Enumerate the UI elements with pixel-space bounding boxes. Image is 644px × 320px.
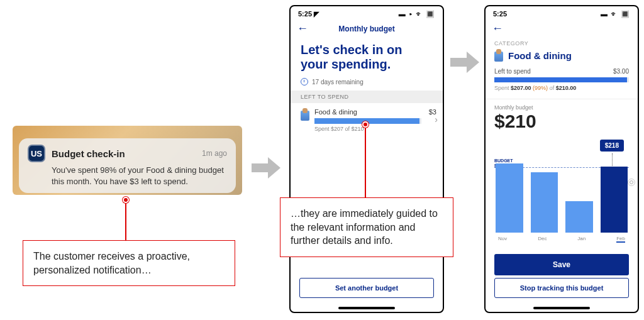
back-button[interactable]: ← (492, 22, 503, 35)
set-another-budget-button[interactable]: Set another budget (299, 278, 434, 298)
home-indicator (533, 307, 590, 309)
callout-line (125, 203, 126, 241)
status-bar: 5:25 ◤ ▬ ▸ ᯤ 🔳 (291, 6, 443, 19)
page-title: Monthly budget (291, 25, 443, 33)
bar-jan (565, 201, 593, 233)
chart-bars (494, 157, 629, 233)
progress-bar (494, 77, 629, 82)
notification-background: US Budget check-in 1m ago You've spent 9… (13, 126, 242, 195)
category-name: Food & dining (508, 50, 572, 61)
phone-budget-detail: 5:25 ▬ ᯤ 🔳 ← CATEGORY Food & dining Left… (484, 5, 639, 313)
divider (486, 99, 638, 99)
days-remaining: 17 days remaining (291, 78, 443, 91)
bar-dec (531, 172, 558, 233)
status-time: 5:25 ◤ (298, 10, 319, 18)
monthly-budget-label: Monthly budget (486, 104, 638, 111)
spending-chart: $218 BUDGET $210 Nov Dec Jan Feb (494, 136, 629, 243)
spent-line: Spent $207 of $210 (314, 126, 436, 132)
callout-middle: …they are immediately guided to the rele… (280, 197, 453, 257)
grocery-bag-icon (301, 108, 309, 121)
section-header: LEFT TO SPEND (291, 91, 443, 103)
app-icon: US (28, 145, 45, 162)
value-bubble: $218 (600, 140, 624, 152)
callout-dot (123, 197, 129, 203)
chart-x-labels: Nov Dec Jan Feb (494, 236, 629, 243)
notification-time: 1m ago (202, 149, 227, 158)
left-to-spend-label: Left to spend (494, 68, 531, 75)
phone-budget-overview: 5:25 ◤ ▬ ▸ ᯤ 🔳 ← Monthly budget Let's ch… (289, 5, 444, 313)
notification-title: Budget check-in (52, 148, 202, 159)
progress-fill (494, 77, 627, 82)
status-icons: ▬ ▸ ᯤ 🔳 (399, 10, 435, 18)
callout-dot (362, 121, 369, 128)
bar-nov (496, 163, 523, 233)
callout-left: The customer receives a proactive, perso… (23, 240, 235, 286)
arrow-icon (450, 52, 479, 73)
status-time: 5:25 (493, 10, 507, 18)
grocery-bag-icon (494, 49, 503, 62)
arrow-icon (252, 157, 280, 179)
monthly-budget-amount: $210 (486, 111, 638, 136)
chevron-right-icon: › (435, 114, 438, 124)
save-button[interactable]: Save (494, 254, 629, 275)
stop-tracking-button[interactable]: Stop tracking this budget (494, 278, 629, 298)
notification-body: You've spent 98% of your Food & dining b… (52, 165, 227, 187)
clock-icon (301, 78, 308, 86)
headline: Let's check in on your spending. (291, 39, 443, 78)
status-bar: 5:25 ▬ ᯤ 🔳 (486, 6, 638, 19)
callout-line (365, 128, 366, 198)
push-notification[interactable]: US Budget check-in 1m ago You've spent 9… (19, 138, 236, 193)
budget-item-name: Food & dining (314, 108, 357, 116)
bar-feb (601, 167, 628, 233)
budget-item-food-dining[interactable]: Food & dining $3 Spent $207 of $210 › (291, 103, 443, 137)
category-label: CATEGORY (486, 39, 638, 49)
spent-summary: Spent $207.00 (99%) of $210.00 (486, 85, 638, 96)
left-to-spend-value: $3.00 (613, 68, 629, 75)
status-icons: ▬ ᯤ 🔳 (601, 10, 630, 18)
home-indicator (338, 307, 395, 309)
